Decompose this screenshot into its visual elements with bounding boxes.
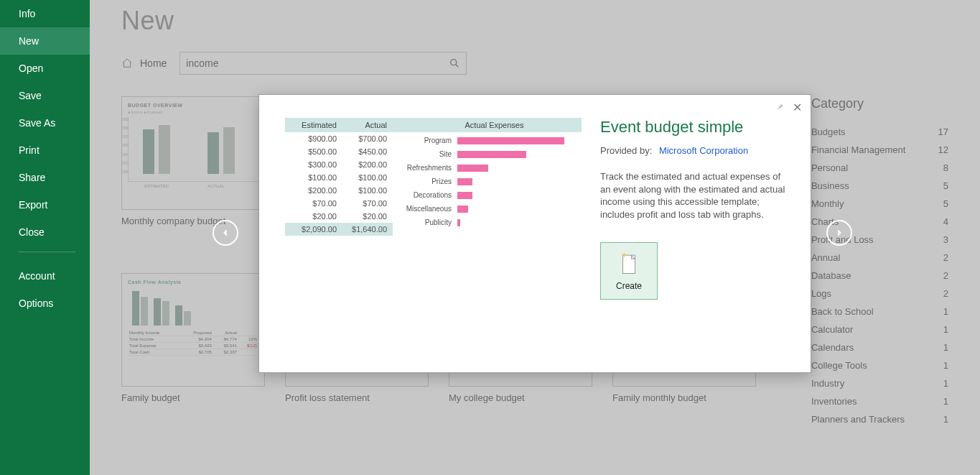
next-template-button[interactable]: [826, 220, 852, 246]
sidebar-item-account[interactable]: Account: [0, 262, 90, 290]
create-button[interactable]: Create: [600, 242, 658, 300]
provider-link[interactable]: Microsoft Corporation: [659, 145, 748, 156]
template-description: Track the estimated and actual expenses …: [600, 170, 788, 221]
sidebar-separator: [19, 252, 75, 252]
close-icon[interactable]: ✕: [793, 101, 802, 114]
template-preview-dialog: ✕ Estimated Actual Actual Expenses $900.…: [258, 94, 811, 373]
sidebar-item-print[interactable]: Print: [0, 137, 90, 164]
sidebar-item-options[interactable]: Options: [0, 290, 90, 317]
sidebar-item-save-as[interactable]: Save As: [0, 109, 90, 137]
sidebar-item-share[interactable]: Share: [0, 164, 90, 191]
backstage-sidebar: Info New Open Save Save As Print Share E…: [0, 0, 90, 475]
sidebar-item-open[interactable]: Open: [0, 55, 90, 82]
sidebar-item-info[interactable]: Info: [0, 0, 90, 27]
prev-template-button[interactable]: [213, 220, 238, 246]
sidebar-item-save[interactable]: Save: [0, 82, 90, 109]
pin-icon[interactable]: [775, 102, 785, 112]
provided-by: Provided by: Microsoft Corporation: [600, 145, 788, 156]
sidebar-item-export[interactable]: Export: [0, 191, 90, 218]
sidebar-item-new[interactable]: New: [0, 27, 90, 55]
template-preview-image: Estimated Actual Actual Expenses $900.00…: [285, 118, 582, 348]
sidebar-item-close[interactable]: Close: [0, 218, 90, 246]
template-title: Event budget simple: [600, 118, 788, 137]
